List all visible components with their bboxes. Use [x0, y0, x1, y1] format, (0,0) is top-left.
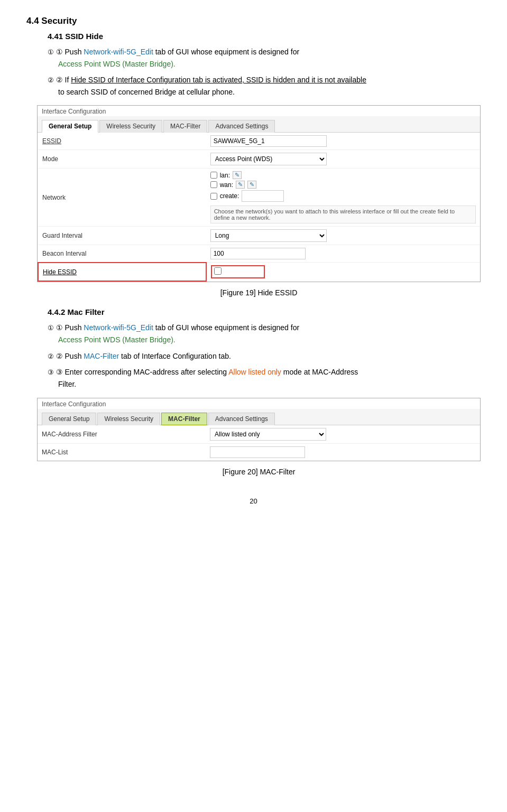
step-4-42-2-prefix: ② Push — [56, 352, 84, 360]
interface-box-2-title: Interface Configuration — [38, 398, 480, 409]
hide-essid-red-box — [211, 265, 265, 278]
step-4-41-2-underline: Hide SSID of Interface Configuration tab… — [71, 76, 366, 84]
tab-mac-filter-1[interactable]: MAC-Filter — [163, 120, 207, 133]
network-group: lan: ✎ wan: ✎ ✎ create: — [210, 171, 476, 223]
essid-label-text: ESSID — [42, 137, 61, 145]
step-4-41-2-prefix: ② If — [56, 76, 71, 84]
tab-advanced-settings-1[interactable]: Advanced Settings — [208, 120, 275, 133]
value-guard-interval: Long — [206, 227, 480, 245]
label-beacon-interval: Beacon Interval — [38, 245, 206, 263]
network-wan-checkbox[interactable] — [210, 181, 217, 188]
network-wan-row: wan: ✎ ✎ — [210, 181, 476, 189]
step-4-42-1-suffix: tab of GUI whose equipment is designed f… — [153, 323, 299, 332]
tab-general-setup-2[interactable]: General Setup — [42, 413, 96, 425]
step-4-42-1: ① Push Network-wifi-5G_Edit tab of GUI w… — [48, 322, 481, 346]
label-essid: ESSID — [38, 133, 206, 150]
section-4-42-steps: ① Push Network-wifi-5G_Edit tab of GUI w… — [48, 322, 481, 390]
step-4-42-2: ② Push MAC-Filter tab of Interface Confi… — [48, 350, 481, 362]
essid-input[interactable] — [210, 135, 327, 147]
value-network: lan: ✎ wan: ✎ ✎ create: — [206, 169, 480, 227]
step-4-42-1-prefix: ① Push — [56, 323, 84, 332]
form-table-1: ESSID Mode Access Point (WDS) Network — [38, 133, 480, 282]
step-4-42-2-suffix: tab of Interface Configuration tab. — [119, 352, 231, 360]
network-create-row: create: — [210, 190, 476, 202]
label-network: Network — [38, 169, 206, 227]
tab-mac-filter-2[interactable]: MAC-Filter — [161, 413, 207, 425]
section-4-4: 4.4 Security 4.41 SSID Hide ① Push Netwo… — [26, 16, 481, 476]
allow-listed-only-link: Allow listed only — [228, 368, 281, 376]
tab-advanced-settings-2[interactable]: Advanced Settings — [208, 413, 275, 425]
wan-edit-icon-2[interactable]: ✎ — [247, 181, 256, 189]
section-4-41-steps: ① Push Network-wifi-5G_Edit tab of GUI w… — [48, 46, 481, 98]
mac-address-filter-select[interactable]: Allow listed only — [210, 428, 326, 441]
network-create-checkbox[interactable] — [210, 193, 217, 200]
value-beacon-interval — [206, 245, 480, 263]
row-mode: Mode Access Point (WDS) — [38, 150, 480, 169]
step-4-41-1-prefix: ① Push — [56, 48, 84, 56]
network-create-input[interactable] — [242, 190, 284, 202]
network-lan-label: lan: — [220, 172, 230, 179]
interface-config-box-2: Interface Configuration General Setup Wi… — [37, 398, 481, 461]
network-wifi-link-1[interactable]: Network-wifi-5G_Edit — [84, 48, 153, 56]
section-4-4-title: 4.4 Security — [26, 16, 481, 26]
label-hide-essid: Hide ESSID — [38, 263, 206, 282]
network-create-label: create: — [220, 192, 239, 200]
section-4-41-title: 4.41 SSID Hide — [48, 32, 481, 41]
value-mode: Access Point (WDS) — [206, 150, 480, 169]
section-4-41: 4.41 SSID Hide ① Push Network-wifi-5G_Ed… — [37, 32, 481, 297]
step-4-42-3-prefix: ③ Enter corresponding MAC-address after … — [56, 368, 229, 376]
step-4-42-1-sub: Access Point WDS (Master Bridge). — [58, 335, 176, 344]
step-4-42-3: ③ Enter corresponding MAC-address after … — [48, 366, 481, 390]
tab-wireless-security-1[interactable]: Wireless Security — [99, 120, 162, 133]
page-number: 20 — [26, 497, 481, 505]
interface-config-box-1: Interface Configuration General Setup Wi… — [37, 105, 481, 282]
network-lan-row: lan: ✎ — [210, 171, 476, 179]
tab-bar-1: General Setup Wireless Security MAC-Filt… — [38, 116, 480, 133]
mac-filter-link[interactable]: MAC-Filter — [84, 352, 119, 360]
step-4-41-1: ① Push Network-wifi-5G_Edit tab of GUI w… — [48, 46, 481, 70]
label-mac-list: MAC-List — [38, 443, 206, 461]
step-4-41-1-sub: Access Point WDS (Master Bridge). — [58, 60, 176, 68]
value-essid — [206, 133, 480, 150]
row-hide-essid: Hide ESSID — [38, 263, 480, 282]
figure-20-caption: [Figure 20] MAC-Filter — [37, 468, 481, 476]
step-4-42-3-sub: Filter. — [58, 380, 76, 388]
step-4-41-2: ② If Hide SSID of Interface Configuratio… — [48, 74, 481, 98]
row-beacon-interval: Beacon Interval — [38, 245, 480, 263]
interface-box-1-title: Interface Configuration — [38, 106, 480, 116]
value-mac-address-filter: Allow listed only — [206, 425, 480, 444]
network-wan-label: wan: — [220, 181, 233, 189]
network-lan-checkbox[interactable] — [210, 172, 217, 179]
lan-edit-icon-1[interactable]: ✎ — [233, 171, 242, 179]
value-mac-list — [206, 443, 480, 461]
label-guard-interval: Guard Interval — [38, 227, 206, 245]
value-hide-essid — [206, 263, 480, 282]
step-4-42-3-suffix: mode at MAC-Address — [281, 368, 358, 376]
section-4-42: 4.4.2 Mac Filter ① Push Network-wifi-5G_… — [37, 307, 481, 475]
form-table-2: MAC-Address Filter Allow listed only MAC… — [38, 425, 480, 461]
figure-19-caption: [Figure 19] Hide ESSID — [37, 288, 481, 297]
row-essid: ESSID — [38, 133, 480, 150]
row-mac-address-filter: MAC-Address Filter Allow listed only — [38, 425, 480, 444]
tab-bar-2: General Setup Wireless Security MAC-Filt… — [38, 409, 480, 425]
section-4-42-title: 4.4.2 Mac Filter — [48, 307, 481, 316]
step-4-41-1-suffix: tab of GUI whose equipment is designed f… — [153, 48, 299, 56]
hide-essid-checkbox[interactable] — [214, 267, 222, 275]
row-mac-list: MAC-List — [38, 443, 480, 461]
beacon-interval-input[interactable] — [210, 248, 306, 259]
mac-list-input[interactable] — [210, 446, 305, 458]
row-network: Network lan: ✎ wan: ✎ — [38, 169, 480, 227]
mode-select[interactable]: Access Point (WDS) — [210, 153, 327, 165]
network-help-text: Choose the network(s) you want to attach… — [210, 206, 476, 223]
guard-interval-select[interactable]: Long — [210, 229, 327, 242]
tab-general-setup-1[interactable]: General Setup — [42, 120, 98, 133]
hide-essid-label-text: Hide ESSID — [43, 268, 77, 276]
step-4-41-2-suffix: to search SSID of concerned Bridge at ce… — [58, 88, 235, 96]
row-guard-interval: Guard Interval Long — [38, 227, 480, 245]
label-mac-address-filter: MAC-Address Filter — [38, 425, 206, 444]
network-wifi-link-2[interactable]: Network-wifi-5G_Edit — [84, 323, 153, 332]
tab-wireless-security-2[interactable]: Wireless Security — [97, 413, 160, 425]
wan-edit-icon-1[interactable]: ✎ — [236, 181, 245, 189]
label-mode: Mode — [38, 150, 206, 169]
